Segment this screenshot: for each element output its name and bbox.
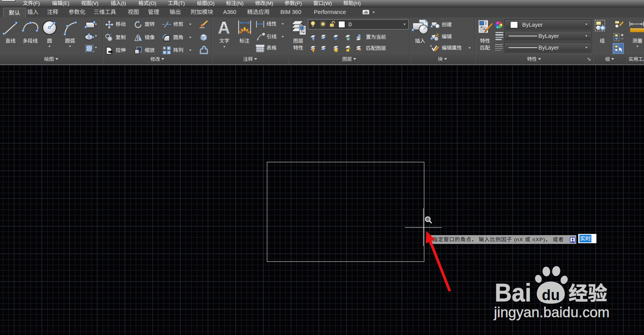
svg-text:Bai: Bai	[495, 279, 531, 307]
svg-text:du: du	[542, 287, 560, 303]
svg-text:0: 0	[348, 21, 352, 27]
svg-text:jingyan.baidu.com: jingyan.baidu.com	[494, 304, 610, 320]
svg-text:经验: 经验	[569, 278, 607, 306]
svg-text:A: A	[218, 20, 230, 35]
